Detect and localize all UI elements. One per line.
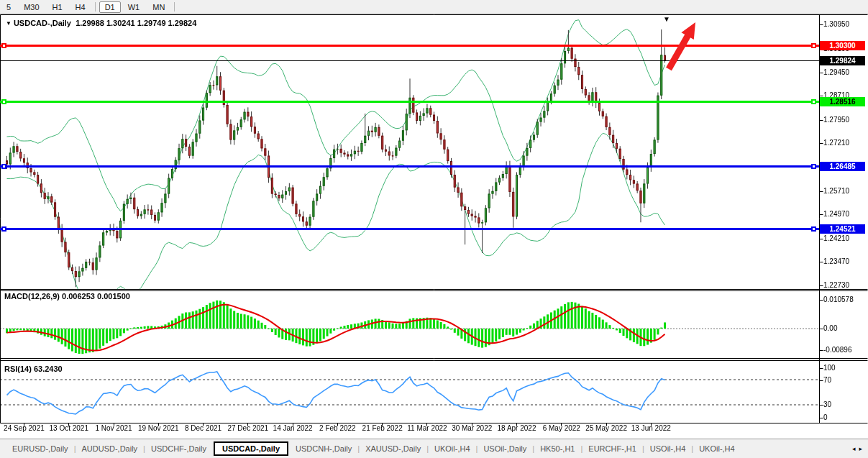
- tab-separator: |: [580, 444, 583, 453]
- tab-separator: |: [143, 444, 145, 453]
- symbol-tab-usoil-h4[interactable]: USOil-,H4: [645, 442, 691, 455]
- symbol-tab-xauusd-daily[interactable]: XAUUSD-,Daily: [360, 442, 426, 455]
- timeframe-button-m30[interactable]: M30: [18, 1, 45, 13]
- toolbar-separator: [174, 2, 175, 12]
- tab-scroll-arrows: ◂▸: [849, 445, 862, 452]
- timeframe-button-h1[interactable]: H1: [47, 1, 68, 13]
- timeframe-toolbar: 5M30H1H4D1W1MN: [0, 0, 868, 14]
- tab-scroll-right-icon[interactable]: ▸: [859, 445, 862, 452]
- tab-scroll-left-icon[interactable]: ◂: [852, 445, 856, 452]
- trend-arrow-annotation[interactable]: [0, 0, 868, 458]
- symbol-tab-audusd-daily[interactable]: AUDUSD-,Daily: [76, 442, 142, 455]
- tab-separator: |: [357, 444, 360, 453]
- tab-separator: |: [642, 444, 644, 453]
- toolbar-separator: [95, 2, 96, 12]
- mt4-terminal-window: 5M30H1H4D1W1MN ▼USDCAD-,Daily 1.29988 1.…: [0, 0, 868, 458]
- symbol-tab-ukoil-h4[interactable]: UKOil-,H4: [429, 442, 475, 455]
- timeframe-button-5[interactable]: 5: [1, 1, 17, 13]
- timeframe-button-h4[interactable]: H4: [70, 1, 91, 13]
- symbol-tab-eurusd-daily[interactable]: EURUSD-,Daily: [7, 442, 73, 455]
- timeframe-button-mn[interactable]: MN: [147, 1, 170, 13]
- symbol-tab-bar: EURUSD-,Daily|AUDUSD-,Daily|USDCHF-,Dail…: [0, 439, 868, 458]
- tab-separator: |: [532, 444, 534, 453]
- symbol-tab-ukoil-h4[interactable]: UKOil-,H4: [694, 442, 740, 455]
- symbol-tab-eurchf-h1[interactable]: EURCHF-,H1: [583, 442, 641, 455]
- timeframe-button-d1[interactable]: D1: [99, 1, 121, 13]
- candle-top-marker-icon: ▼: [663, 16, 670, 23]
- tab-separator: |: [476, 444, 478, 453]
- timeframe-button-w1[interactable]: W1: [122, 1, 146, 13]
- symbol-tab-usdcad-daily[interactable]: USDCAD-,Daily: [214, 441, 288, 456]
- symbol-tab-usdcnh-daily[interactable]: USDCNH-,Daily: [291, 442, 357, 455]
- symbol-tab-usdchf-daily[interactable]: USDCHF-,Daily: [146, 442, 211, 455]
- tab-separator: |: [691, 444, 693, 453]
- tab-separator: |: [74, 444, 76, 453]
- symbol-tab-hk50-h1[interactable]: HK50-,H1: [535, 442, 580, 455]
- symbol-tab-usoil-daily[interactable]: USOil-,Daily: [478, 442, 531, 455]
- tab-separator: |: [426, 444, 429, 453]
